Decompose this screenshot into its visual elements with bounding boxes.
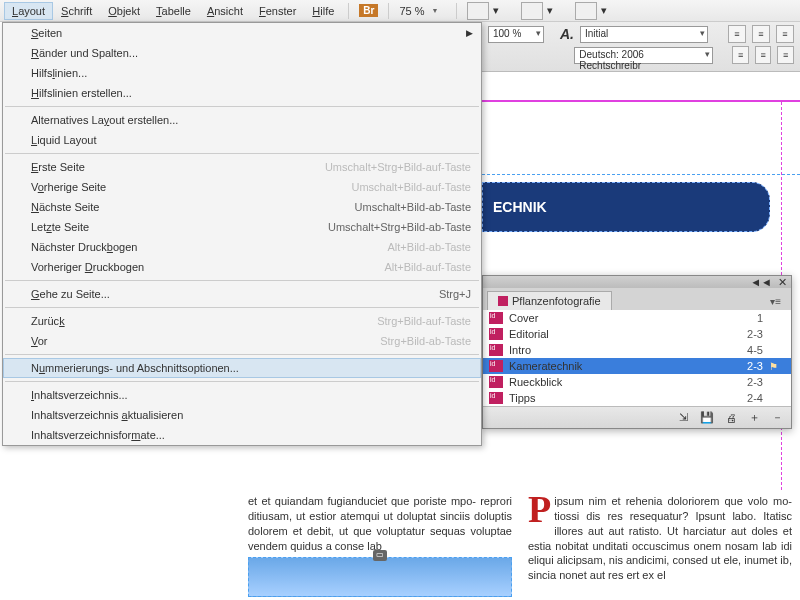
zoom-field[interactable]: 100 % — [488, 26, 544, 43]
indesign-doc-icon — [489, 392, 503, 404]
save-icon[interactable]: 💾 — [700, 411, 714, 424]
indesign-doc-icon — [489, 360, 503, 372]
justify-left-button[interactable]: ≡ — [732, 46, 749, 64]
frame-tag-icon: ▭ — [373, 550, 387, 561]
screen-mode-button[interactable]: ▾ — [517, 0, 557, 22]
guide-horizontal — [482, 100, 800, 102]
menu-item[interactable]: Nächste SeiteUmschalt+Bild-ab-Taste — [3, 197, 481, 217]
menu-item: Vorheriger DruckbogenAlt+Bild-auf-Taste — [3, 257, 481, 277]
panel-header[interactable]: ◄◄ ✕ — [483, 276, 791, 288]
justify-right-button[interactable]: ≡ — [777, 46, 794, 64]
book-item[interactable]: Rueckblick2-3 — [483, 374, 791, 390]
book-item[interactable]: Kameratechnik2-3⚑ — [483, 358, 791, 374]
arrange-button[interactable]: ▾ — [571, 0, 611, 22]
menu-item[interactable]: Hilfslinien erstellen... — [3, 83, 481, 103]
menu-item: ZurückStrg+Bild-auf-Taste — [3, 311, 481, 331]
book-item[interactable]: Editorial2-3 — [483, 326, 791, 342]
separator — [388, 3, 389, 19]
menu-item: Vorherige SeiteUmschalt+Bild-auf-Taste — [3, 177, 481, 197]
menu-item: Nächster DruckbogenAlt+Bild-ab-Taste — [3, 237, 481, 257]
add-icon[interactable]: ＋ — [749, 410, 760, 425]
menu-item: Erste SeiteUmschalt+Strg+Bild-auf-Taste — [3, 157, 481, 177]
indesign-doc-icon — [489, 328, 503, 340]
separator — [348, 3, 349, 19]
indesign-doc-icon — [489, 344, 503, 356]
menu-layout[interactable]: Layout — [4, 2, 53, 20]
text-column[interactable]: et et quiandam fugianduciet que poriste … — [240, 490, 520, 600]
menu-item[interactable]: Liquid Layout — [3, 130, 481, 150]
menu-item: VorStrg+Bild-ab-Taste — [3, 331, 481, 351]
book-item[interactable]: Intro4-5 — [483, 342, 791, 358]
menu-item[interactable]: Ränder und Spalten... — [3, 43, 481, 63]
panel-footer: ⇲ 💾 🖨 ＋ － — [483, 406, 791, 428]
indesign-doc-icon — [489, 376, 503, 388]
image-frame[interactable]: ▭ — [248, 557, 512, 597]
menu-item[interactable]: Hilfslinien... — [3, 63, 481, 83]
book-item[interactable]: Cover1 — [483, 310, 791, 326]
menu-separator — [5, 153, 479, 154]
view-icon — [467, 2, 489, 20]
remove-icon[interactable]: － — [772, 410, 783, 425]
bridge-button[interactable]: Br — [355, 2, 382, 19]
menu-item[interactable]: Alternatives Layout erstellen... — [3, 110, 481, 130]
menu-item: Inhaltsverzeichnis aktualisieren — [3, 405, 481, 425]
indesign-doc-icon — [489, 312, 503, 324]
menu-item[interactable]: Inhaltsverzeichnisformate... — [3, 425, 481, 445]
control-panel: 100 % A. Initial ≡ ≡ ≡ Deutsch: 2006 Rec… — [482, 22, 800, 72]
language-dropdown[interactable]: Deutsch: 2006 Rechtschreibr — [574, 47, 713, 64]
separator — [456, 3, 457, 19]
menu-item[interactable]: Gehe zu Seite...Strg+J — [3, 284, 481, 304]
menu-schrift[interactable]: Schrift — [53, 2, 100, 20]
body-text-area: et et quiandam fugianduciet que poriste … — [0, 490, 800, 600]
book-list: Cover1Editorial2-3Intro4-5Kameratechnik2… — [483, 310, 791, 406]
view-options-button[interactable]: ▾ — [463, 0, 503, 22]
layout-menu-dropdown: Seiten▶Ränder und Spalten...Hilfslinien.… — [2, 22, 482, 446]
menu-tabelle[interactable]: Tabelle — [148, 2, 199, 20]
guide-horizontal — [482, 174, 800, 175]
close-icon[interactable]: ✕ — [778, 276, 787, 289]
book-panel: ◄◄ ✕ Pflanzenfotografie ▾≡ Cover1Editori… — [482, 275, 792, 429]
menu-fenster[interactable]: Fenster — [251, 2, 304, 20]
justify-center-button[interactable]: ≡ — [755, 46, 772, 64]
panel-tabs: Pflanzenfotografie ▾≡ — [483, 288, 791, 310]
align-right-button[interactable]: ≡ — [776, 25, 794, 43]
print-icon[interactable]: 🖨 — [726, 412, 737, 424]
book-icon — [498, 296, 508, 306]
menu-separator — [5, 354, 479, 355]
menu-hilfe[interactable]: Hilfe — [304, 2, 342, 20]
menu-objekt[interactable]: Objekt — [100, 2, 148, 20]
align-left-button[interactable]: ≡ — [728, 25, 746, 43]
menu-separator — [5, 307, 479, 308]
menu-item[interactable]: Inhaltsverzeichnis... — [3, 385, 481, 405]
sync-icon[interactable]: ⇲ — [679, 411, 688, 424]
menu-item[interactable]: Nummerierungs- und Abschnittsoptionen... — [3, 358, 481, 378]
dropcap: P — [528, 494, 551, 524]
charstyle-dropdown[interactable]: Initial — [580, 26, 708, 43]
text-column[interactable]: P ipsum nim et rehenia doloriorem que vo… — [520, 490, 800, 600]
menubar: LayoutSchriftObjektTabelleAnsichtFenster… — [0, 0, 800, 22]
collapse-icon[interactable]: ◄◄ — [750, 276, 772, 288]
align-center-button[interactable]: ≡ — [752, 25, 770, 43]
book-item[interactable]: Tipps2-4 — [483, 390, 791, 406]
menu-separator — [5, 381, 479, 382]
arrange-icon — [575, 2, 597, 20]
screen-icon — [521, 2, 543, 20]
menu-separator — [5, 106, 479, 107]
zoom-dropdown[interactable]: 75 % — [395, 3, 450, 19]
menu-separator — [5, 280, 479, 281]
tab-book[interactable]: Pflanzenfotografie — [487, 291, 612, 310]
menu-item[interactable]: Letzte SeiteUmschalt+Strg+Bild-ab-Taste — [3, 217, 481, 237]
menu-item[interactable]: Seiten▶ — [3, 23, 481, 43]
heading-frame[interactable]: ECHNIK — [482, 182, 770, 232]
charstyle-icon: A. — [560, 26, 574, 42]
panel-menu-icon[interactable]: ▾≡ — [764, 293, 787, 310]
menu-ansicht[interactable]: Ansicht — [199, 2, 251, 20]
